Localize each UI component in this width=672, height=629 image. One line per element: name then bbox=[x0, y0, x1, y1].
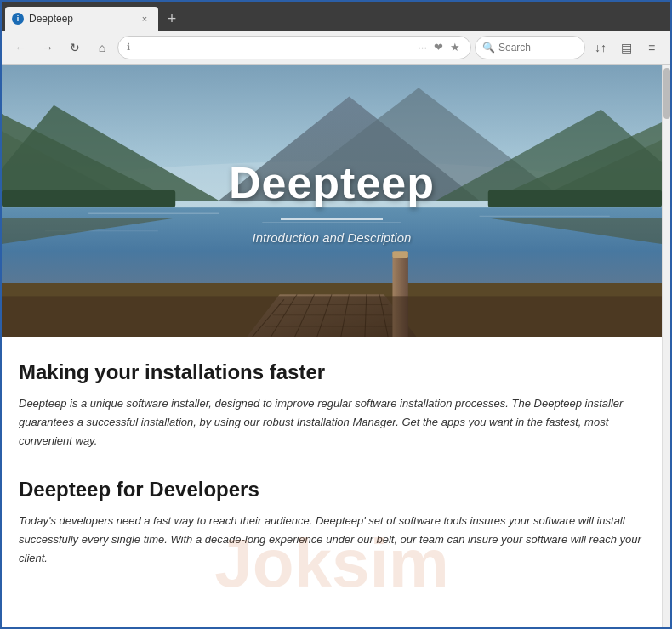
search-input[interactable] bbox=[498, 42, 567, 54]
hero-title-underline bbox=[281, 218, 383, 220]
reader-mode-button[interactable]: ▤ bbox=[614, 36, 638, 60]
hero-section: Deepteep Introduction and Description bbox=[2, 65, 662, 337]
pocket-button[interactable]: ❤ bbox=[432, 39, 445, 55]
nav-bar: ← → ↻ ⌂ ℹ ··· ❤ ★ 🔍 ↓↑ ▤ ≡ bbox=[2, 31, 670, 65]
svg-rect-34 bbox=[2, 296, 662, 337]
svg-rect-11 bbox=[488, 190, 662, 207]
section-developers-title: Deepteep for Developers bbox=[19, 478, 645, 502]
menu-button[interactable]: ≡ bbox=[640, 36, 663, 60]
hero-title: Deepteep bbox=[229, 157, 435, 208]
search-bar[interactable]: 🔍 bbox=[475, 36, 585, 60]
svg-rect-10 bbox=[2, 190, 175, 207]
back-button[interactable]: ← bbox=[9, 36, 32, 60]
home-button[interactable]: ⌂ bbox=[90, 36, 114, 60]
tab-favicon: i bbox=[12, 13, 24, 25]
search-icon: 🔍 bbox=[482, 42, 495, 54]
browser-content[interactable]: Deepteep Introduction and Description Jo… bbox=[2, 65, 662, 627]
tab-close-button[interactable]: × bbox=[138, 12, 151, 26]
section-installations: Making your installations faster Deeptee… bbox=[19, 360, 645, 450]
content-container: Joksim Making your installations faster … bbox=[2, 337, 662, 620]
address-actions: ··· ❤ ★ bbox=[416, 39, 462, 55]
nav-extra-buttons: ↓↑ ▤ ≡ bbox=[589, 36, 663, 60]
hero-subtitle: Introduction and Description bbox=[229, 230, 435, 245]
bookmarks-button[interactable]: ↓↑ bbox=[589, 36, 612, 60]
refresh-button[interactable]: ↻ bbox=[63, 36, 87, 60]
browser-window: i Deepteep × + ← → ↻ ⌂ ℹ ··· ❤ ★ 🔍 ↓↑ ▤ bbox=[0, 0, 672, 629]
browser-content-wrapper: Deepteep Introduction and Description Jo… bbox=[2, 65, 670, 627]
forward-button[interactable]: → bbox=[36, 36, 60, 60]
content-area: Making your installations faster Deeptee… bbox=[2, 337, 662, 620]
section-developers: Deepteep for Developers Today's develope… bbox=[19, 478, 645, 568]
scrollbar-track[interactable] bbox=[662, 65, 670, 627]
tab-bar: i Deepteep × + bbox=[2, 2, 670, 31]
active-tab[interactable]: i Deepteep × bbox=[5, 7, 158, 31]
section-developers-text: Today's developers need a fast way to re… bbox=[19, 512, 645, 568]
address-info-icon: ℹ bbox=[127, 42, 130, 53]
address-bar[interactable]: ℹ ··· ❤ ★ bbox=[117, 36, 471, 60]
scrollbar-thumb[interactable] bbox=[663, 68, 670, 119]
bookmark-star-button[interactable]: ★ bbox=[448, 39, 462, 55]
page-actions-button[interactable]: ··· bbox=[416, 39, 429, 55]
section-installations-text: Deepteep is a unique software installer,… bbox=[19, 394, 645, 450]
svg-rect-33 bbox=[392, 251, 407, 258]
svg-rect-20 bbox=[2, 283, 662, 296]
tab-title: Deepteep bbox=[29, 13, 133, 25]
section-installations-title: Making your installations faster bbox=[19, 360, 645, 384]
new-tab-button[interactable]: + bbox=[160, 7, 184, 31]
hero-text: Deepteep Introduction and Description bbox=[229, 157, 435, 245]
